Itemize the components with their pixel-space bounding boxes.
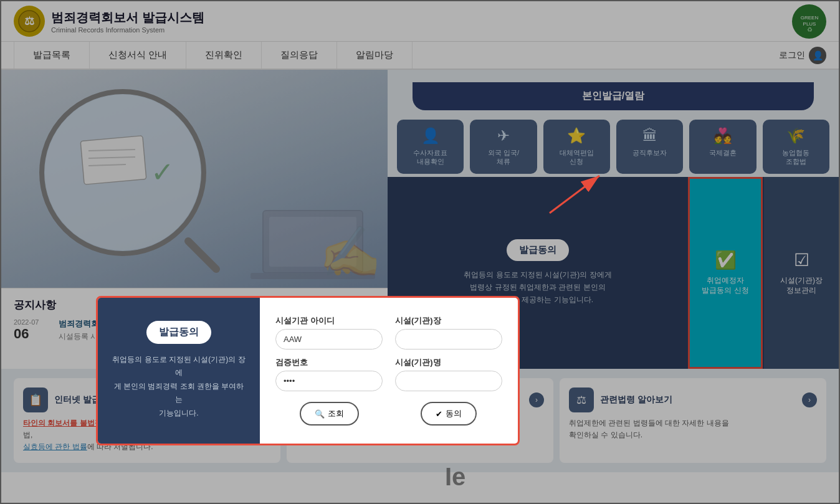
facility-head-label: 시설(기관)장 (395, 315, 502, 326)
facility-name-input[interactable] (395, 371, 502, 391)
search-icon: 🔍 (315, 409, 325, 419)
verify-num-label: 검증번호 (275, 357, 383, 368)
search-btn-container: 🔍 조회 (275, 402, 383, 426)
agree-check-icon: ✔ (436, 409, 442, 419)
facility-head-group: 시설(기관)장 (395, 315, 502, 349)
verify-num-group: 검증번호 (275, 357, 383, 391)
facility-id-group: 시설기관 아이디 (275, 315, 383, 349)
agree-button[interactable]: ✔ 동의 (421, 402, 477, 426)
facility-id-input[interactable] (275, 329, 383, 349)
page-wrapper: ⚖ 범죄경력회보서 발급시스템 Criminal Records Informa… (0, 0, 840, 504)
facility-name-label: 시설(기관)명 (395, 357, 502, 368)
search-button[interactable]: 🔍 조회 (300, 402, 359, 426)
modal-left: 발급동의 취업등의 용도로 지정된 시설(기관)의 장에게 본인의 범죄경력 조… (98, 298, 260, 444)
red-arrow (543, 169, 618, 219)
modal-description: 취업등의 용도로 지정된 시설(기관)의 장에게 본인의 범죄경력 조회 권한을… (110, 353, 247, 421)
verify-num-input[interactable] (275, 371, 383, 391)
modal-overlay: 발급동의 취업등의 용도로 지정된 시설(기관)의 장에게 본인의 범죄경력 조… (1, 1, 839, 503)
modal-box: 발급동의 취업등의 용도로 지정된 시설(기관)의 장에게 본인의 범죄경력 조… (96, 296, 520, 445)
agree-btn-container: ✔ 동의 (395, 402, 502, 426)
facility-id-label: 시설기관 아이디 (275, 315, 383, 326)
modal-right: 시설기관 아이디 시설(기관)장 검증번호 시설(기관)명 � (260, 298, 518, 444)
svg-line-18 (550, 176, 599, 213)
facility-name-group: 시설(기관)명 (395, 357, 502, 391)
modal-badge: 발급동의 (146, 321, 211, 344)
facility-head-input[interactable] (395, 329, 502, 349)
